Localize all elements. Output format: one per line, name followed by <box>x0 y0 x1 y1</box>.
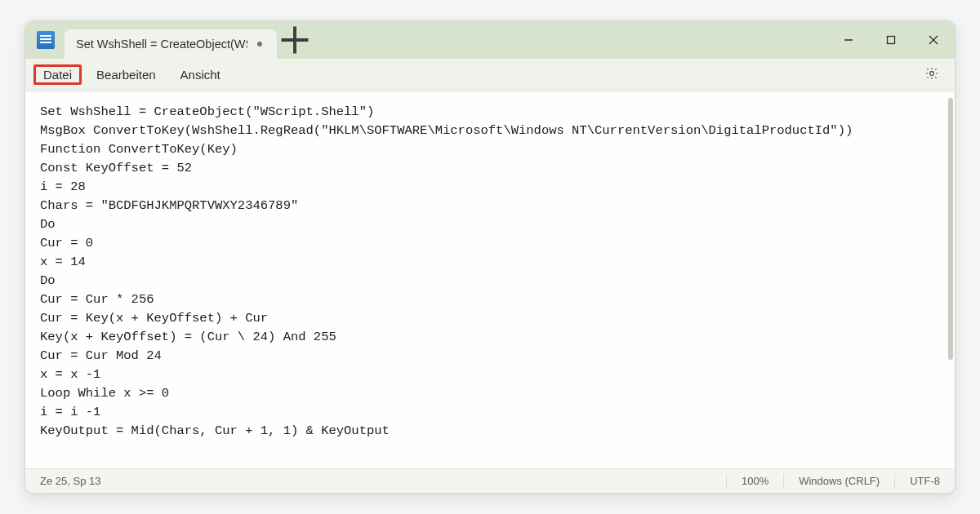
status-encoding[interactable]: UTF-8 <box>895 475 955 487</box>
svg-point-6 <box>930 71 934 75</box>
notepad-window: Set WshShell = CreateObject(WScr Datei <box>24 20 956 494</box>
scrollbar-thumb[interactable] <box>948 98 953 360</box>
status-cursor-position: Ze 25, Sp 13 <box>25 475 115 487</box>
gear-icon <box>924 66 939 84</box>
close-button[interactable] <box>912 21 955 59</box>
title-bar: Set WshShell = CreateObject(WScr <box>25 21 955 59</box>
tab-title: Set WshShell = CreateObject(WScr <box>76 38 247 51</box>
menu-bar: Datei Bearbeiten Ansicht <box>25 59 955 91</box>
document-tab[interactable]: Set WshShell = CreateObject(WScr <box>65 29 277 59</box>
editor-area[interactable]: Set WshShell = CreateObject("WScript.She… <box>25 91 955 468</box>
unsaved-indicator-icon <box>257 42 262 47</box>
settings-button[interactable] <box>917 60 947 90</box>
minimize-button[interactable] <box>827 21 870 59</box>
status-zoom[interactable]: 100% <box>727 475 783 487</box>
new-tab-button[interactable] <box>277 21 313 59</box>
notepad-app-icon <box>37 31 55 49</box>
status-line-ending[interactable]: Windows (CRLF) <box>784 475 894 487</box>
menu-view[interactable]: Ansicht <box>171 64 230 85</box>
maximize-button[interactable] <box>870 21 912 59</box>
text-editor[interactable]: Set WshShell = CreateObject("WScript.She… <box>25 91 947 468</box>
vertical-scrollbar[interactable] <box>948 98 953 462</box>
menu-edit[interactable]: Bearbeiten <box>87 64 166 85</box>
status-bar: Ze 25, Sp 13 100% Windows (CRLF) UTF-8 <box>25 468 955 493</box>
menu-file[interactable]: Datei <box>33 64 82 85</box>
window-controls <box>827 21 955 59</box>
svg-rect-3 <box>888 37 895 44</box>
